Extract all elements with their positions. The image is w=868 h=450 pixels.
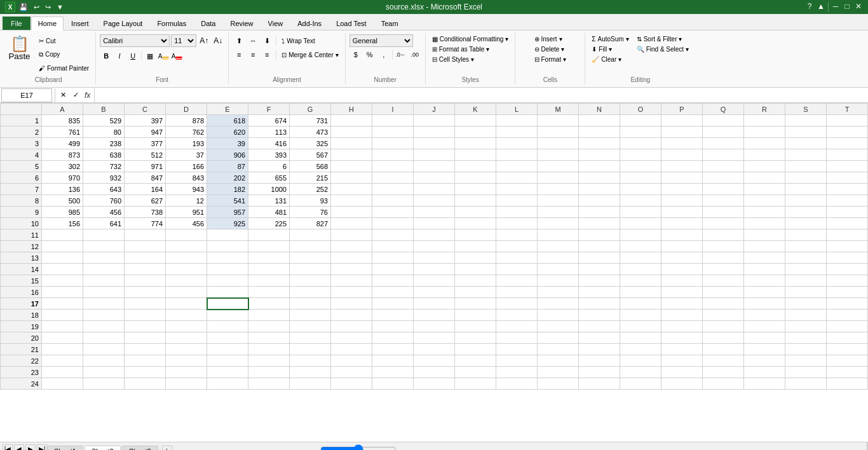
cell-J3[interactable] (414, 138, 455, 149)
cell-G11[interactable] (290, 229, 331, 241)
cell-D1[interactable]: 878 (166, 115, 207, 126)
cell-D15[interactable] (166, 275, 207, 287)
cell-J12[interactable] (414, 241, 455, 252)
cell-O24[interactable] (620, 378, 661, 390)
cell-I12[interactable] (372, 241, 414, 252)
cell-S6[interactable] (785, 172, 827, 184)
cell-D5[interactable]: 166 (166, 161, 207, 172)
col-header-I[interactable]: I (372, 104, 414, 115)
cell-P11[interactable] (661, 229, 703, 241)
cell-G23[interactable] (290, 367, 331, 378)
cell-G24[interactable] (290, 378, 331, 390)
cell-H16[interactable] (331, 287, 372, 298)
cell-S18[interactable] (785, 310, 827, 321)
cell-F20[interactable] (248, 332, 290, 344)
cell-C16[interactable] (125, 287, 166, 298)
cell-A8[interactable]: 500 (42, 195, 83, 207)
cell-O12[interactable] (620, 241, 661, 252)
cell-A7[interactable]: 136 (42, 184, 83, 195)
cell-K2[interactable] (455, 126, 496, 138)
font-name-select[interactable]: Calibri (100, 34, 170, 47)
bold-button[interactable]: B (100, 50, 112, 62)
cell-D10[interactable]: 456 (166, 218, 207, 229)
cell-O14[interactable] (620, 264, 661, 275)
cell-C7[interactable]: 164 (125, 184, 166, 195)
cell-L8[interactable] (496, 195, 538, 207)
cell-R12[interactable] (744, 241, 785, 252)
row-header-4[interactable]: 4 (1, 149, 42, 161)
cell-L14[interactable] (496, 264, 538, 275)
cell-L7[interactable] (496, 184, 538, 195)
col-header-F[interactable]: F (248, 104, 290, 115)
cell-G19[interactable] (290, 321, 331, 332)
cell-E12[interactable] (207, 241, 248, 252)
col-header-J[interactable]: J (414, 104, 455, 115)
col-header-C[interactable]: C (125, 104, 166, 115)
cell-Q22[interactable] (703, 355, 744, 367)
cell-C6[interactable]: 847 (125, 172, 166, 184)
cell-L17[interactable] (496, 298, 538, 310)
cell-J7[interactable] (414, 184, 455, 195)
cell-E6[interactable]: 202 (207, 172, 248, 184)
cell-B17[interactable] (83, 298, 125, 310)
cell-K18[interactable] (455, 310, 496, 321)
cell-N12[interactable] (579, 241, 620, 252)
cell-J17[interactable] (414, 298, 455, 310)
cell-H12[interactable] (331, 241, 372, 252)
cell-B14[interactable] (83, 264, 125, 275)
row-header-23[interactable]: 23 (1, 367, 42, 378)
cell-M24[interactable] (538, 378, 579, 390)
cell-Q20[interactable] (703, 332, 744, 344)
row-header-1[interactable]: 1 (1, 115, 42, 126)
sheet-tab-2[interactable]: Sheet2 (85, 446, 121, 451)
cell-Q12[interactable] (703, 241, 744, 252)
cell-H13[interactable] (331, 252, 372, 264)
cell-D4[interactable]: 37 (166, 149, 207, 161)
cell-Q18[interactable] (703, 310, 744, 321)
cell-N22[interactable] (579, 355, 620, 367)
cell-H22[interactable] (331, 355, 372, 367)
confirm-formula-btn[interactable]: ✓ (69, 88, 82, 102)
col-header-Q[interactable]: Q (703, 104, 744, 115)
cell-F12[interactable] (248, 241, 290, 252)
cell-E8[interactable]: 541 (207, 195, 248, 207)
cell-K14[interactable] (455, 264, 496, 275)
cell-C21[interactable] (125, 344, 166, 355)
cell-N3[interactable] (579, 138, 620, 149)
cell-B24[interactable] (83, 378, 125, 390)
cell-L6[interactable] (496, 172, 538, 184)
cell-J18[interactable] (414, 310, 455, 321)
cell-A6[interactable]: 970 (42, 172, 83, 184)
cell-Q6[interactable] (703, 172, 744, 184)
cell-F19[interactable] (248, 321, 290, 332)
cell-A22[interactable] (42, 355, 83, 367)
cell-P23[interactable] (661, 367, 703, 378)
cell-C19[interactable] (125, 321, 166, 332)
cell-K17[interactable] (455, 298, 496, 310)
cell-C22[interactable] (125, 355, 166, 367)
row-header-17[interactable]: 17 (1, 298, 42, 310)
cell-G1[interactable]: 731 (290, 115, 331, 126)
cell-D18[interactable] (166, 310, 207, 321)
cell-K22[interactable] (455, 355, 496, 367)
cell-D13[interactable] (166, 252, 207, 264)
cell-T12[interactable] (827, 241, 868, 252)
cell-Q3[interactable] (703, 138, 744, 149)
cell-B3[interactable]: 238 (83, 138, 125, 149)
cell-J10[interactable] (414, 218, 455, 229)
cell-P14[interactable] (661, 264, 703, 275)
cell-K4[interactable] (455, 149, 496, 161)
sheet-nav-next[interactable]: ▶ (25, 444, 36, 451)
cell-N1[interactable] (579, 115, 620, 126)
col-header-M[interactable]: M (538, 104, 579, 115)
cell-J4[interactable] (414, 149, 455, 161)
cell-E3[interactable]: 39 (207, 138, 248, 149)
cell-K16[interactable] (455, 287, 496, 298)
cell-K1[interactable] (455, 115, 496, 126)
cell-P18[interactable] (661, 310, 703, 321)
cell-K13[interactable] (455, 252, 496, 264)
cell-S19[interactable] (785, 321, 827, 332)
cell-G12[interactable] (290, 241, 331, 252)
cell-T13[interactable] (827, 252, 868, 264)
cell-K8[interactable] (455, 195, 496, 207)
